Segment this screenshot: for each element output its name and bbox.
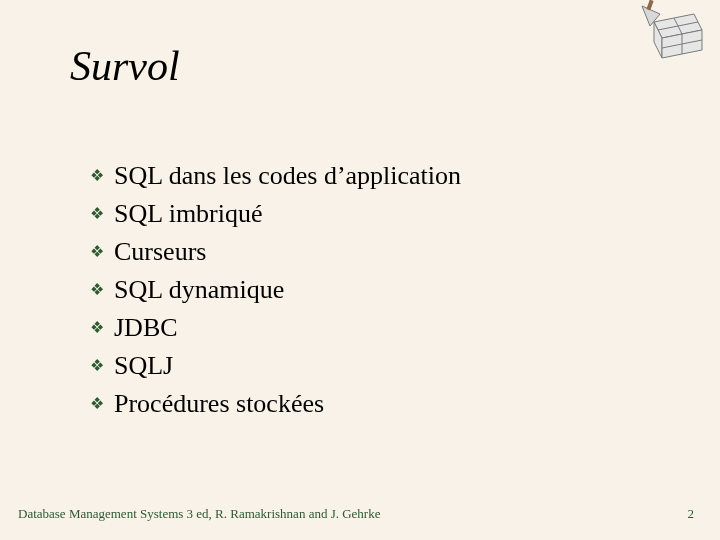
page-number: 2 [688,506,695,522]
footer-text: Database Management Systems 3 ed, R. Ram… [18,506,380,522]
list-item: ❖ Curseurs [90,236,650,268]
slide-title: Survol [70,42,180,90]
list-item: ❖ SQL dans les codes d’application [90,160,650,192]
bricks-trowel-icon [624,0,704,70]
bullet-icon: ❖ [90,350,104,382]
list-item: ❖ SQL dynamique [90,274,650,306]
svg-rect-8 [646,0,653,10]
list-item-text: Curseurs [114,236,206,268]
list-item: ❖ JDBC [90,312,650,344]
bullet-list: ❖ SQL dans les codes d’application ❖ SQL… [90,160,650,426]
list-item: ❖ Procédures stockées [90,388,650,420]
bullet-icon: ❖ [90,274,104,306]
list-item-text: Procédures stockées [114,388,324,420]
list-item-text: SQLJ [114,350,173,382]
list-item: ❖ SQLJ [90,350,650,382]
bullet-icon: ❖ [90,388,104,420]
bullet-icon: ❖ [90,312,104,344]
bullet-icon: ❖ [90,160,104,192]
bullet-icon: ❖ [90,236,104,268]
list-item-text: SQL imbriqué [114,198,263,230]
list-item-text: SQL dans les codes d’application [114,160,461,192]
list-item-text: SQL dynamique [114,274,284,306]
list-item: ❖ SQL imbriqué [90,198,650,230]
slide: Survol ❖ SQL dans les codes d’applicatio… [0,0,720,540]
list-item-text: JDBC [114,312,178,344]
bullet-icon: ❖ [90,198,104,230]
